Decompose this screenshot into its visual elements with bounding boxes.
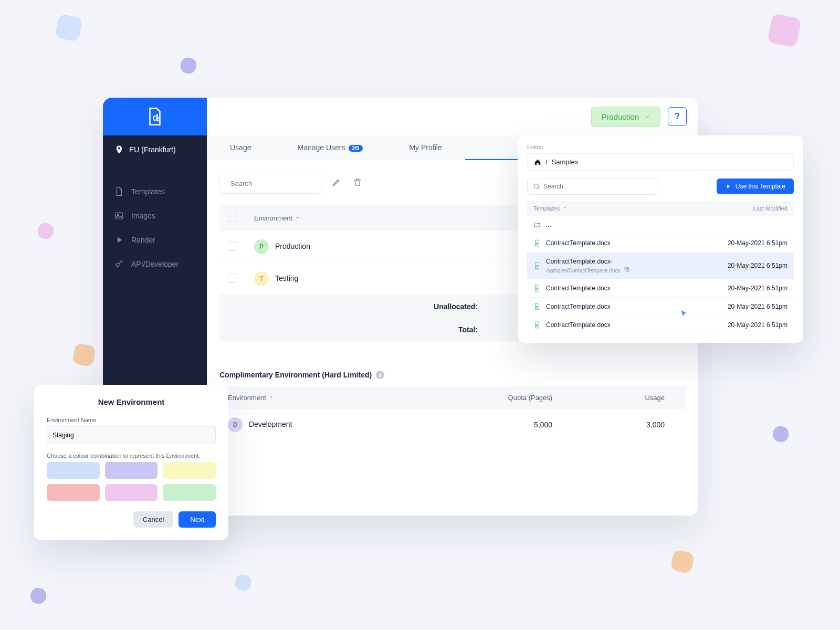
header-label: Environment xyxy=(254,214,292,222)
nav-images[interactable]: Images xyxy=(103,204,207,228)
topbar: Production ? xyxy=(207,98,698,135)
file-date: 20-May-2021 6:51pm xyxy=(728,262,788,269)
color-label: Choose a colour combination to represent… xyxy=(47,453,216,459)
bg-shape xyxy=(771,425,790,444)
pin-icon xyxy=(114,145,124,154)
color-swatches xyxy=(47,462,216,501)
nav-templates[interactable]: Templates xyxy=(103,180,207,204)
table-row[interactable]: DDevelopment 5,000 3,000 xyxy=(219,409,686,440)
svg-rect-24 xyxy=(536,326,538,327)
button-label: Next xyxy=(190,516,204,523)
folder-up-row[interactable]: ... xyxy=(527,216,794,234)
select-all-checkbox[interactable] xyxy=(228,213,237,222)
nav-render[interactable]: Render xyxy=(103,228,207,252)
col-environment[interactable]: Environment⌄ xyxy=(246,205,486,231)
next-button[interactable]: Next xyxy=(178,511,216,528)
tab-my-profile[interactable]: My Profile xyxy=(386,135,465,160)
footer-label: Total: xyxy=(246,318,486,341)
bg-shape xyxy=(55,14,83,43)
breadcrumb[interactable]: / Samples xyxy=(527,153,794,171)
use-template-button[interactable]: Use this Template xyxy=(717,178,794,194)
header-label: Environment xyxy=(228,394,266,402)
env-avatar: P xyxy=(254,239,269,254)
bg-shape xyxy=(179,56,198,75)
env-name-input[interactable] xyxy=(47,426,216,444)
file-name: ContractTemplate.docx xyxy=(546,321,611,329)
search-input[interactable] xyxy=(219,173,322,194)
modal-title: New Environment xyxy=(47,397,216,406)
file-icon xyxy=(114,187,124,196)
nav-label: Templates xyxy=(131,187,165,196)
info-icon[interactable]: i xyxy=(376,371,384,379)
svg-rect-10 xyxy=(536,244,538,245)
file-name: ContractTemplate.docx xyxy=(546,303,611,310)
popup-search-field[interactable] xyxy=(543,183,653,190)
env-name: Testing xyxy=(275,274,298,282)
svg-point-1 xyxy=(158,120,159,121)
col-quota-pages: Quota (Pages) xyxy=(405,386,573,409)
search-field[interactable] xyxy=(230,180,319,187)
copy-icon[interactable] xyxy=(624,266,630,272)
col-environment[interactable]: Environment⌄ xyxy=(219,386,405,409)
color-swatch[interactable] xyxy=(47,484,100,501)
color-swatch[interactable] xyxy=(163,462,216,479)
search-icon xyxy=(533,183,540,190)
edit-button[interactable] xyxy=(332,177,343,189)
file-row[interactable]: ContractTemplate.docx20-May-2021 6:51pm xyxy=(527,298,794,316)
svg-rect-13 xyxy=(536,267,538,267)
cancel-button[interactable]: Cancel xyxy=(133,511,173,528)
doc-icon xyxy=(533,285,541,292)
color-swatch[interactable] xyxy=(163,484,216,501)
color-swatch[interactable] xyxy=(47,462,100,479)
folder-popup: Folder / Samples Use this Template Templ… xyxy=(518,135,803,343)
button-label: Use this Template xyxy=(736,183,785,190)
sort-arrow-icon: ⌄ xyxy=(296,216,300,222)
play-icon xyxy=(114,235,124,245)
col-modified: Last Modified xyxy=(753,205,788,212)
usage-value: 3,000 xyxy=(573,409,686,440)
file-date: 20-May-2021 6:51pm xyxy=(728,239,788,247)
file-row[interactable]: ContractTemplate.docx20-May-2021 6:51pm xyxy=(527,279,794,298)
tab-usage[interactable]: Usage xyxy=(207,135,274,160)
modal-footer: Cancel Next xyxy=(47,511,216,528)
folder-label: Folder xyxy=(527,144,794,150)
help-label: ? xyxy=(675,112,680,121)
bg-shape xyxy=(670,549,695,574)
doc-icon xyxy=(533,303,541,310)
svg-rect-21 xyxy=(536,308,538,308)
svg-point-5 xyxy=(116,264,119,267)
nav-api[interactable]: API/Developer xyxy=(103,252,207,276)
svg-rect-9 xyxy=(536,244,539,244)
folder-up-label: ... xyxy=(546,221,551,228)
new-environment-modal: New Environment Environment Name Choose … xyxy=(34,385,228,540)
help-button[interactable]: ? xyxy=(668,107,687,126)
svg-rect-23 xyxy=(536,326,539,326)
header-label: Templates xyxy=(533,205,560,212)
popup-search[interactable] xyxy=(527,178,658,195)
color-swatch[interactable] xyxy=(105,484,158,501)
row-checkbox[interactable] xyxy=(228,242,237,251)
bg-shape xyxy=(767,13,802,48)
header-label: Quota (Pages) xyxy=(508,394,553,402)
env-avatar: D xyxy=(228,417,243,432)
environment-pill[interactable]: Production xyxy=(591,107,660,127)
svg-rect-22 xyxy=(536,324,539,325)
image-icon xyxy=(114,211,124,220)
svg-rect-11 xyxy=(536,265,539,266)
file-row[interactable]: ContractTemplate.docx20-May-2021 6:51pm xyxy=(527,234,794,253)
svg-rect-8 xyxy=(536,243,539,243)
svg-rect-16 xyxy=(536,288,539,288)
popup-toolbar: Use this Template xyxy=(527,178,794,195)
row-checkbox[interactable] xyxy=(228,274,237,283)
delete-button[interactable] xyxy=(353,177,364,189)
tab-manage-users[interactable]: Manage Users2/5 xyxy=(274,135,386,160)
file-row[interactable]: ContractTemplate.docx-/samples/ContactTe… xyxy=(527,253,794,279)
app-logo[interactable]: d xyxy=(103,98,207,135)
col-templates[interactable]: Templates⌄ xyxy=(533,205,567,212)
file-row[interactable]: ContractTemplate.docx20-May-2021 6:51pm xyxy=(527,316,794,334)
color-swatch[interactable] xyxy=(105,462,158,479)
region-selector[interactable]: EU (Frankfurt) xyxy=(103,135,207,164)
button-label: Cancel xyxy=(143,516,164,523)
svg-point-7 xyxy=(534,184,538,188)
complimentary-table: Environment⌄ Quota (Pages) Usage DDevelo… xyxy=(219,386,686,440)
